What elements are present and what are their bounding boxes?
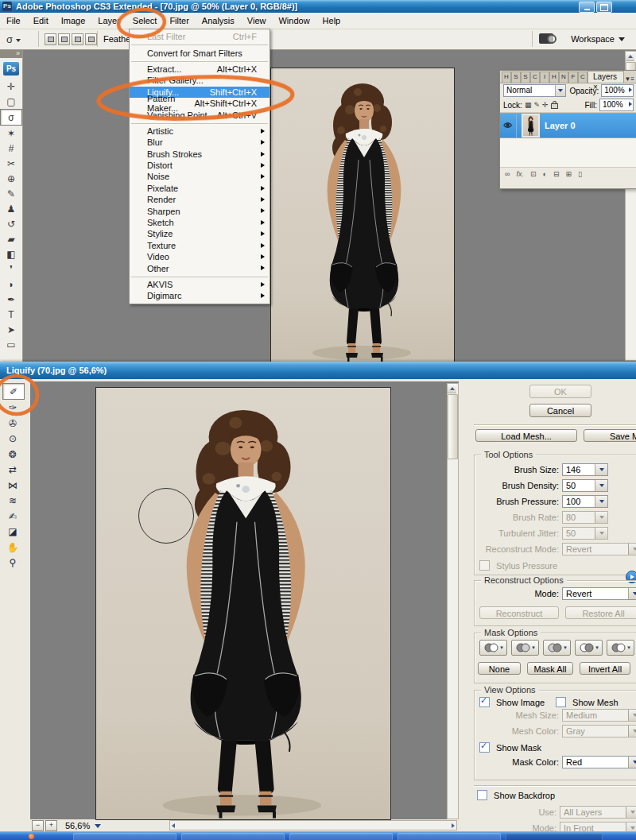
toolbox-collapse-button[interactable]: » <box>0 49 22 58</box>
type-tool[interactable]: T <box>1 307 21 322</box>
mask-subtract-button[interactable]: ▾ <box>543 640 571 656</box>
path-selection-tool[interactable]: ➤ <box>1 322 21 337</box>
filter-item-vanishing-point[interactable]: Vanishing Point... Alt+Ctrl+V <box>130 109 270 120</box>
layer-row[interactable]: 👁 Layer 0 <box>500 113 636 138</box>
menu-item[interactable]: Select <box>126 13 164 29</box>
lock-pixels-button[interactable]: ✎ <box>533 101 540 109</box>
taskbar-button[interactable] <box>289 833 393 840</box>
mask-all-button[interactable]: Mask All <box>527 662 573 675</box>
collapsed-panel-tab[interactable]: N <box>559 72 568 83</box>
new-group-icon[interactable]: ⊟ <box>553 170 560 178</box>
filter-item-last-filter[interactable]: Last Filter Ctrl+F <box>130 31 270 42</box>
collapsed-panel-tab[interactable]: F <box>568 72 578 83</box>
lock-position-button[interactable]: ✛ <box>542 101 549 109</box>
filter-item-convert-smart-filters[interactable]: Convert for Smart Filters <box>130 47 270 58</box>
dodge-tool[interactable]: ◗ <box>1 277 21 292</box>
current-tool-preset[interactable]: σ <box>6 32 30 46</box>
menu-item[interactable]: Filter <box>163 13 195 29</box>
intersect-selection-button[interactable] <box>85 33 97 45</box>
forward-warp-tool[interactable]: ✐ <box>2 383 25 400</box>
move-tool[interactable]: ✛ <box>1 79 21 94</box>
liquify-preview-image[interactable] <box>95 387 391 820</box>
stylus-pressure-checkbox[interactable] <box>479 560 490 571</box>
filter-item-pixelate[interactable]: Pixelate <box>130 183 270 194</box>
magic-wand-tool[interactable]: ✶ <box>1 126 21 141</box>
menu-item[interactable]: View <box>241 13 273 29</box>
layer-thumbnail[interactable] <box>522 114 540 137</box>
show-mesh-checkbox[interactable] <box>556 697 566 707</box>
layer-style-icon[interactable]: fx. <box>516 170 524 178</box>
option-select[interactable]: 50 <box>562 527 608 540</box>
menu-item[interactable]: Analysis <box>196 13 241 29</box>
lasso-tool[interactable]: σ <box>0 109 22 126</box>
scrollbar-thumb[interactable] <box>448 394 458 459</box>
mask-replace-button[interactable]: ▾ <box>479 640 507 656</box>
use-select[interactable]: All Layers <box>560 806 636 819</box>
go-to-bridge-icon[interactable] <box>539 33 553 44</box>
menu-item[interactable]: Layer <box>91 13 126 29</box>
reconstruct-button[interactable]: Reconstruct <box>479 606 559 619</box>
freeze-mask-tool[interactable]: ✍ <box>2 509 23 524</box>
filter-item-blur[interactable]: Blur <box>130 137 270 148</box>
zoom-tool[interactable]: ⚲ <box>2 555 23 571</box>
turbulence-tool[interactable]: ≋ <box>2 494 23 509</box>
opacity-field[interactable]: 100% <box>601 84 634 97</box>
show-backdrop-checkbox[interactable] <box>477 790 487 800</box>
preview-horizontal-scrollbar[interactable] <box>169 820 457 830</box>
blur-tool[interactable]: ❜ <box>1 261 21 277</box>
minimize-button[interactable] <box>579 2 595 13</box>
option-select[interactable]: 100 <box>562 495 608 508</box>
scroll-up-button[interactable] <box>448 384 456 393</box>
reconstruct-tool[interactable]: ✑ <box>2 401 23 416</box>
marquee-tool[interactable]: ▢ <box>1 94 21 109</box>
zoom-in-button[interactable]: + <box>45 820 57 831</box>
thaw-mask-tool[interactable]: ◪ <box>2 525 23 540</box>
link-layers-icon[interactable]: ∞ <box>505 170 510 178</box>
pucker-tool[interactable]: ⊙ <box>2 432 23 447</box>
slice-tool[interactable]: ✂ <box>1 156 21 171</box>
mesh-size-select[interactable]: Medium <box>562 709 636 722</box>
collapsed-panel-tab[interactable]: C <box>578 72 588 83</box>
menu-item[interactable]: Help <box>316 13 347 29</box>
filter-item-brush-strokes[interactable]: Brush Strokes <box>130 149 270 160</box>
filter-item-video[interactable]: Video <box>130 251 270 262</box>
ok-button[interactable]: OK <box>529 385 591 398</box>
show-image-checkbox[interactable] <box>479 697 490 707</box>
layer-name[interactable]: Layer 0 <box>545 121 576 130</box>
pen-tool[interactable]: ✒ <box>1 292 21 307</box>
invert-all-button[interactable]: Invert All <box>580 662 630 675</box>
load-mesh-button[interactable]: Load Mesh... <box>475 429 577 442</box>
quick-launch-icon[interactable] <box>29 834 34 839</box>
cancel-button[interactable]: Cancel <box>529 404 591 417</box>
subtract-selection-button[interactable] <box>72 33 83 45</box>
new-selection-button[interactable] <box>45 33 56 45</box>
save-mesh-button[interactable]: Save Mesh... <box>584 429 636 442</box>
hand-tool[interactable]: ✋ <box>2 540 23 555</box>
collapsed-panel-tab[interactable]: C <box>530 72 540 83</box>
healing-brush-tool[interactable]: ⊕ <box>1 171 21 186</box>
maximize-button[interactable] <box>596 2 612 13</box>
taskbar-button[interactable] <box>181 833 285 840</box>
adjustment-layer-icon[interactable]: ◐ <box>542 170 546 178</box>
add-selection-button[interactable] <box>58 33 70 45</box>
push-left-tool[interactable]: ⇄ <box>2 463 23 478</box>
filter-item-texture[interactable]: Texture <box>130 240 270 251</box>
zoom-level-select[interactable]: 56,6% <box>65 821 101 830</box>
option-select[interactable]: 80 <box>562 511 608 524</box>
brush-tool[interactable]: ✎ <box>1 186 21 201</box>
mesh-color-select[interactable]: Gray <box>562 725 636 737</box>
panel-menu-icon[interactable]: ▼≡ <box>624 75 636 83</box>
blend-mode-select[interactable]: Normal <box>503 84 566 97</box>
show-mask-checkbox[interactable] <box>479 742 490 753</box>
zoom-out-button[interactable]: − <box>32 820 44 831</box>
history-brush-tool[interactable]: ↺ <box>1 216 21 231</box>
scroll-up-button[interactable] <box>626 52 634 61</box>
shape-tool[interactable]: ▭ <box>1 337 21 352</box>
filter-item-sketch[interactable]: Sketch <box>130 217 270 228</box>
filter-item-extract[interactable]: Extract... Alt+Ctrl+X <box>130 64 270 75</box>
lock-transparency-button[interactable]: ▦ <box>525 101 532 109</box>
filter-item-artistic[interactable]: Artistic <box>130 126 270 137</box>
fill-field[interactable]: 100% <box>599 99 634 111</box>
filter-item-distort[interactable]: Distort <box>130 160 270 171</box>
lock-all-button[interactable] <box>551 103 558 109</box>
